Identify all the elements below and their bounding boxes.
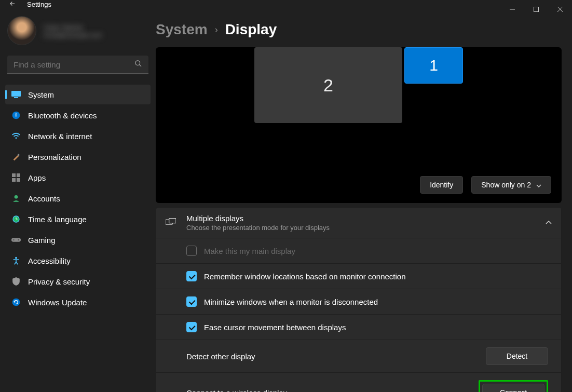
- minimize-windows-row[interactable]: Minimize windows when a monitor is disco…: [156, 289, 561, 314]
- svg-rect-20: [11, 238, 21, 242]
- make-main-display-row: Make this my main display: [156, 238, 561, 263]
- card-subtitle: Choose the presentation mode for your di…: [186, 224, 536, 232]
- sidebar-item-apps[interactable]: Apps: [5, 168, 151, 187]
- system-icon: [11, 90, 21, 99]
- chevron-up-icon: [546, 219, 552, 226]
- sidebar-item-label: Apps: [28, 173, 46, 182]
- multiple-displays-card: Multiple displays Choose the presentatio…: [156, 207, 562, 392]
- monitor-arrangement[interactable]: 2 1: [166, 47, 551, 176]
- sidebar-item-label: Privacy & security: [28, 277, 90, 286]
- svg-point-24: [12, 299, 20, 306]
- person-icon: [11, 194, 21, 203]
- svg-point-4: [135, 61, 140, 65]
- sidebar-item-label: Time & language: [28, 215, 87, 224]
- profile-name: User Name: [44, 23, 102, 32]
- row-label: Make this my main display: [204, 247, 295, 255]
- back-button[interactable]: [7, 0, 18, 9]
- svg-point-23: [15, 257, 17, 259]
- card-title: Multiple displays: [186, 214, 536, 223]
- breadcrumb-parent[interactable]: System: [156, 21, 208, 38]
- profile-section[interactable]: User Name email@example.com: [5, 13, 151, 50]
- ease-cursor-row[interactable]: Ease cursor movement between displays: [156, 314, 561, 340]
- svg-rect-6: [11, 91, 21, 97]
- row-label: Connect to a wireless display: [186, 388, 471, 393]
- svg-point-9: [16, 137, 17, 139]
- maximize-button[interactable]: [524, 0, 548, 19]
- shield-icon: [11, 277, 21, 286]
- display-mode-dropdown[interactable]: Show only on 2: [471, 176, 551, 194]
- sidebar-item-label: Accounts: [28, 194, 60, 203]
- make-main-checkbox: [186, 246, 197, 256]
- close-button[interactable]: [548, 0, 572, 19]
- sidebar-item-label: Bluetooth & devices: [28, 111, 97, 120]
- search-input-container[interactable]: [7, 56, 148, 74]
- display-arrangement-panel: 2 1 Identify Show only on 2: [156, 47, 562, 203]
- minimize-button[interactable]: [500, 0, 524, 19]
- svg-rect-1: [534, 7, 539, 12]
- sidebar-item-accounts[interactable]: Accounts: [5, 188, 151, 208]
- sidebar-item-personalization[interactable]: Personalization: [5, 147, 151, 167]
- monitor-1[interactable]: 1: [404, 47, 463, 84]
- sidebar-item-gaming[interactable]: Gaming: [5, 230, 151, 250]
- chevron-down-icon: [536, 181, 541, 189]
- connect-button[interactable]: Connect: [482, 384, 544, 392]
- svg-rect-26: [169, 218, 176, 223]
- minimize-windows-checkbox[interactable]: [186, 296, 197, 307]
- sidebar-item-system[interactable]: System: [5, 85, 151, 104]
- breadcrumb: System › Display: [156, 18, 562, 47]
- svg-rect-13: [12, 178, 16, 182]
- sidebar-item-label: Network & internet: [28, 132, 92, 141]
- wireless-display-row: Connect to a wireless display Connect: [156, 372, 561, 392]
- display-mode-label: Show only on 2: [481, 181, 531, 189]
- displays-icon: [166, 218, 177, 228]
- sidebar-item-label: Gaming: [28, 236, 56, 245]
- page-title: Display: [225, 21, 277, 38]
- sidebar-item-label: Accessibility: [28, 256, 71, 265]
- svg-point-21: [13, 239, 14, 240]
- clock-icon: [11, 214, 21, 224]
- titlebar: Settings: [0, 0, 572, 9]
- sidebar-item-time[interactable]: Time & language: [5, 209, 151, 229]
- search-input[interactable]: [13, 60, 134, 69]
- svg-rect-12: [17, 173, 20, 177]
- svg-point-22: [18, 239, 19, 240]
- search-icon: [134, 60, 142, 69]
- chevron-right-icon: ›: [215, 24, 218, 35]
- detect-display-row: Detect other display Detect: [156, 340, 561, 372]
- sidebar-item-label: Personalization: [28, 153, 81, 161]
- main-content: System › Display 2 1 Identify Show only …: [156, 9, 572, 392]
- detect-button[interactable]: Detect: [486, 347, 548, 365]
- bluetooth-icon: [11, 111, 21, 120]
- svg-line-5: [139, 64, 141, 66]
- row-label: Minimize windows when a monitor is disco…: [204, 298, 378, 306]
- svg-rect-14: [17, 178, 20, 182]
- sidebar-item-bluetooth[interactable]: Bluetooth & devices: [5, 105, 151, 125]
- sidebar-item-accessibility[interactable]: Accessibility: [5, 251, 151, 271]
- window-controls: [500, 0, 572, 19]
- update-icon: [11, 298, 21, 307]
- brush-icon: [11, 152, 21, 161]
- row-label: Remember window locations based on monit…: [204, 272, 406, 281]
- identify-button[interactable]: Identify: [420, 176, 463, 194]
- accessibility-icon: [11, 256, 21, 265]
- highlight-annotation: Connect: [479, 380, 548, 392]
- remember-locations-checkbox[interactable]: [186, 271, 197, 281]
- svg-point-15: [15, 195, 18, 199]
- sidebar-item-update[interactable]: Windows Update: [5, 292, 151, 312]
- gamepad-icon: [11, 235, 21, 245]
- svg-rect-11: [12, 173, 16, 177]
- ease-cursor-checkbox[interactable]: [186, 322, 197, 332]
- sidebar-item-network[interactable]: Network & internet: [5, 126, 151, 146]
- sidebar-item-privacy[interactable]: Privacy & security: [5, 272, 151, 291]
- monitor-2[interactable]: 2: [254, 47, 402, 123]
- remember-locations-row[interactable]: Remember window locations based on monit…: [156, 263, 561, 289]
- sidebar: User Name email@example.com System Bluet…: [0, 9, 156, 392]
- row-label: Ease cursor movement between displays: [204, 323, 346, 332]
- multiple-displays-header[interactable]: Multiple displays Choose the presentatio…: [156, 208, 561, 238]
- wifi-icon: [11, 131, 21, 141]
- avatar: [7, 16, 36, 45]
- sidebar-item-label: Windows Update: [28, 298, 87, 307]
- sidebar-item-label: System: [28, 90, 54, 99]
- row-label: Detect other display: [186, 352, 479, 361]
- svg-rect-7: [14, 97, 18, 98]
